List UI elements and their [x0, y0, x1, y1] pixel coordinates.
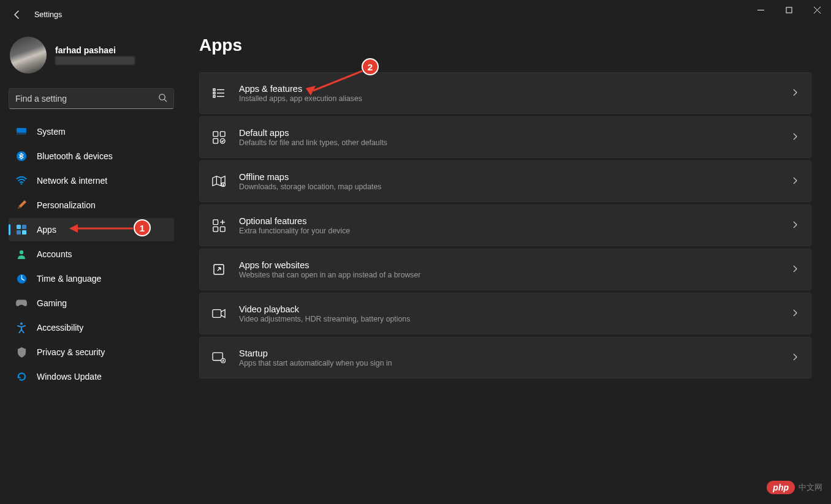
sidebar-item-label: Privacy & security: [37, 347, 105, 357]
svg-line-5: [164, 99, 167, 102]
svg-rect-12: [22, 225, 26, 229]
startup-icon: [212, 351, 226, 364]
maximize-button[interactable]: [775, 0, 803, 20]
card-startup[interactable]: StartupApps that start automatically whe…: [199, 337, 811, 378]
sidebar-item-bluetooth[interactable]: Bluetooth & devices: [9, 145, 174, 168]
card-title: Apps for websites: [239, 260, 778, 270]
titlebar: Settings: [0, 0, 831, 29]
close-button[interactable]: [803, 0, 831, 20]
page-title: Apps: [199, 36, 811, 55]
card-default-apps[interactable]: Default appsDefaults for file and link t…: [199, 116, 811, 158]
sidebar-item-label: Gaming: [37, 298, 67, 308]
profile-email-masked: [55, 56, 135, 65]
watermark-logo: php: [767, 481, 795, 494]
sidebar-item-label: System: [37, 127, 66, 137]
chevron-right-icon: [791, 176, 799, 187]
sidebar-item-system[interactable]: System: [9, 120, 174, 143]
main-content: Apps Apps & featuresInstalled apps, app …: [199, 36, 811, 378]
tiles-plus-icon: [212, 219, 226, 232]
card-subtitle: Video adjustments, HDR streaming, batter…: [239, 315, 778, 323]
card-video-playback[interactable]: Video playbackVideo adjustments, HDR str…: [199, 293, 811, 334]
open-external-icon: [212, 263, 226, 276]
apps-icon: [16, 224, 27, 235]
card-title: Default apps: [239, 128, 778, 138]
svg-line-41: [313, 71, 362, 91]
avatar: [10, 37, 47, 73]
search-field[interactable]: [9, 88, 174, 109]
paintbrush-icon: [16, 200, 27, 211]
shield-icon: [16, 347, 27, 358]
chevron-right-icon: [791, 132, 799, 143]
svg-point-18: [20, 323, 23, 325]
default-apps-icon: [212, 130, 226, 144]
chevron-right-icon: [791, 308, 799, 319]
svg-point-10: [21, 183, 22, 184]
card-optional-features[interactable]: Optional featuresExtra functionality for…: [199, 205, 811, 246]
svg-point-4: [159, 94, 165, 99]
window-controls: [746, 0, 831, 20]
window-title: Settings: [34, 10, 62, 19]
sidebar-item-accessibility[interactable]: Accessibility: [9, 316, 174, 339]
watermark-text: 中文网: [799, 482, 822, 493]
annotation-badge-1: 1: [134, 219, 151, 236]
card-title: Video playback: [239, 304, 778, 314]
clock-globe-icon: [16, 273, 27, 284]
sidebar-item-personalization[interactable]: Personalization: [9, 194, 174, 217]
card-title: Startup: [239, 348, 778, 358]
svg-marker-40: [69, 224, 78, 233]
minimize-button[interactable]: [746, 0, 775, 20]
sidebar-item-label: Network & internet: [37, 176, 107, 186]
sidebar-item-gaming[interactable]: Gaming: [9, 291, 174, 315]
back-button[interactable]: [11, 9, 23, 21]
profile-name: farhad pashaei: [55, 45, 135, 55]
sidebar-item-label: Windows Update: [37, 372, 102, 382]
svg-rect-30: [213, 219, 218, 224]
search-icon: [158, 93, 167, 105]
svg-rect-36: [213, 310, 221, 318]
svg-rect-26: [220, 131, 225, 136]
chevron-right-icon: [791, 88, 799, 99]
sidebar: farhad pashaei System Bluetooth & device…: [0, 29, 184, 388]
card-title: Optional features: [239, 216, 778, 226]
svg-rect-19: [213, 89, 215, 91]
svg-rect-27: [213, 138, 218, 143]
watermark: php 中文网: [767, 481, 822, 494]
svg-rect-32: [220, 227, 225, 231]
annotation-arrow-2: [305, 69, 366, 96]
card-title: Offline maps: [239, 172, 778, 182]
accessibility-icon: [16, 322, 27, 333]
person-icon: [16, 249, 27, 260]
card-offline-maps[interactable]: Offline mapsDownloads, storage location,…: [199, 160, 811, 202]
card-list: Apps & featuresInstalled apps, app execu…: [199, 72, 811, 378]
profile-text: farhad pashaei: [55, 45, 135, 65]
card-subtitle: Apps that start automatically when you s…: [239, 359, 778, 367]
wifi-icon: [16, 175, 27, 186]
card-apps-for-websites[interactable]: Apps for websitesWebsites that can open …: [199, 249, 811, 290]
sidebar-item-label: Accessibility: [37, 323, 83, 333]
sidebar-item-network[interactable]: Network & internet: [9, 169, 174, 192]
sidebar-item-privacy[interactable]: Privacy & security: [9, 340, 174, 364]
svg-rect-14: [22, 230, 26, 235]
sidebar-item-label: Bluetooth & devices: [37, 151, 113, 161]
chevron-right-icon: [791, 220, 799, 231]
card-subtitle: Downloads, storage location, map updates: [239, 182, 778, 191]
profile-block[interactable]: farhad pashaei: [9, 34, 181, 83]
card-subtitle: Extra functionality for your device: [239, 227, 778, 235]
list-icon: [212, 86, 226, 100]
sidebar-item-accounts[interactable]: Accounts: [9, 243, 174, 266]
svg-rect-20: [213, 92, 215, 94]
annotation-arrow-1: [69, 222, 134, 235]
sidebar-item-windows-update[interactable]: Windows Update: [9, 365, 174, 388]
nav: System Bluetooth & devices Network & int…: [9, 120, 174, 388]
svg-rect-8: [17, 133, 26, 135]
sidebar-item-label: Time & language: [37, 274, 101, 284]
card-subtitle: Defaults for file and link types, other …: [239, 138, 778, 147]
svg-point-15: [20, 250, 23, 254]
svg-rect-11: [17, 225, 21, 229]
sidebar-item-time-language[interactable]: Time & language: [9, 267, 174, 290]
search-input[interactable]: [15, 94, 158, 103]
svg-rect-21: [213, 96, 215, 97]
display-icon: [16, 126, 27, 137]
card-apps-features[interactable]: Apps & featuresInstalled apps, app execu…: [199, 72, 811, 114]
svg-rect-31: [213, 227, 218, 231]
